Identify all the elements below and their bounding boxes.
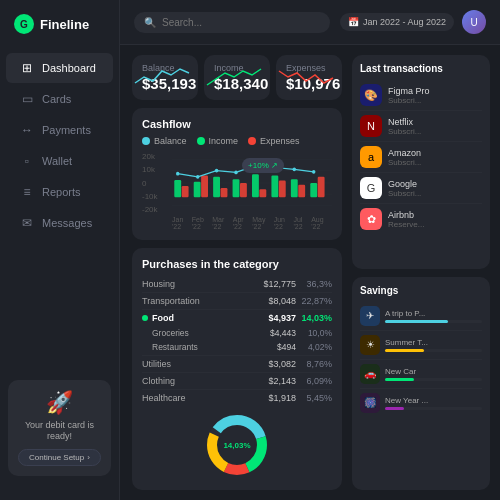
- svg-rect-11: [233, 179, 240, 197]
- chart-legend: Balance Income Expenses: [142, 136, 332, 146]
- summer-bar-container: Summer T...: [385, 338, 482, 352]
- food-indicator-dot: [142, 315, 148, 321]
- legend-expenses: Expenses: [248, 136, 300, 146]
- rocket-card: 🚀 Your debit card is ready! Continue Set…: [8, 380, 111, 476]
- sidebar-item-reports[interactable]: ≡ Reports: [6, 177, 113, 207]
- svg-rect-16: [279, 181, 286, 198]
- donut-chart-area: 14,03%: [142, 410, 332, 480]
- stat-card-balance: Balance $35,193: [132, 55, 198, 100]
- saving-item-car: 🚗 New Car: [360, 360, 482, 389]
- svg-rect-17: [291, 179, 298, 197]
- header: 🔍 📅 Jan 2022 - Aug 2022 U: [120, 0, 500, 45]
- stats-row: Balance $35,193 Income $18,340: [132, 55, 342, 100]
- svg-point-22: [196, 175, 199, 179]
- cashflow-chart-area: 20k 10k 0 -10k -20k: [142, 152, 332, 230]
- summer-bar: [385, 349, 482, 352]
- sidebar-item-messages[interactable]: ✉ Messages: [6, 208, 113, 238]
- calendar-icon: 📅: [348, 17, 359, 27]
- svg-rect-19: [310, 183, 317, 197]
- netflix-info: Netflix Subscri...: [388, 117, 482, 136]
- car-bar: [385, 378, 482, 381]
- figma-name: Figma Pro: [388, 86, 482, 96]
- stat-card-expenses: Expenses $10,976: [276, 55, 342, 100]
- svg-rect-18: [298, 185, 305, 197]
- chart-tooltip: +10% ↗: [242, 158, 284, 173]
- svg-rect-8: [201, 176, 208, 198]
- svg-rect-20: [318, 177, 325, 197]
- svg-rect-15: [271, 176, 278, 198]
- sidebar-item-label: Reports: [42, 186, 81, 198]
- car-bar-container: New Car: [385, 367, 482, 381]
- content-right: Last transactions 🎨 Figma Pro Subscri...…: [352, 45, 500, 500]
- purchases-card: Purchases in the category Housing $12,77…: [132, 248, 342, 490]
- food-name: Food: [152, 313, 246, 323]
- stat-card-income: Income $18,340: [204, 55, 270, 100]
- food-sub-groceries: Groceries $4,443 10,0%: [142, 326, 332, 340]
- google-name: Google: [388, 179, 482, 189]
- purchase-row-housing: Housing $12,775 36,3%: [142, 276, 332, 293]
- saving-item-newyear: 🎆 New Year ...: [360, 389, 482, 417]
- svg-point-28: [312, 170, 315, 174]
- dashboard-icon: ⊞: [20, 61, 34, 75]
- wallet-icon: ▫: [20, 154, 34, 168]
- sidebar-item-label: Wallet: [42, 155, 72, 167]
- summer-bar-fill: [385, 349, 424, 352]
- search-box[interactable]: 🔍: [134, 12, 330, 33]
- sidebar-item-label: Cards: [42, 93, 71, 105]
- balance-sparkline: [135, 63, 190, 93]
- sidebar-item-payments[interactable]: ↔ Payments: [6, 115, 113, 145]
- google-info: Google Subscri...: [388, 179, 482, 198]
- amazon-logo: a: [360, 146, 382, 168]
- purchase-row-clothing: Clothing $2,143 6,09%: [142, 373, 332, 390]
- clothing-amount: $2,143: [246, 376, 296, 386]
- svg-rect-12: [240, 183, 247, 197]
- date-range-text: Jan 2022 - Aug 2022: [363, 17, 446, 27]
- sidebar-item-label: Dashboard: [42, 62, 96, 74]
- header-right: 📅 Jan 2022 - Aug 2022 U: [340, 10, 486, 34]
- svg-rect-9: [213, 177, 220, 197]
- svg-rect-13: [252, 174, 259, 197]
- food-sub-restaurants: Restaurants $494 4,02%: [142, 340, 332, 356]
- x-axis-labels: Jan '22 Feb '22 Mar '22 Apr '22 May '22 …: [172, 216, 332, 230]
- app-container: G Fineline ⊞ Dashboard▭ Cards↔ Payments▫…: [0, 0, 500, 500]
- car-name: New Car: [385, 367, 482, 376]
- svg-rect-14: [259, 189, 266, 197]
- main-content: 🔍 📅 Jan 2022 - Aug 2022 U Balance: [120, 0, 500, 500]
- google-sub: Subscri...: [388, 189, 482, 198]
- txn-item-netflix: N Netflix Subscri...: [360, 111, 482, 142]
- netflix-sub: Subscri...: [388, 127, 482, 136]
- healthcare-amount: $1,918: [246, 393, 296, 403]
- content-area: Balance $35,193 Income $18,340: [120, 45, 500, 500]
- svg-point-24: [234, 171, 237, 175]
- amazon-name: Amazon: [388, 148, 482, 158]
- sidebar-item-wallet[interactable]: ▫ Wallet: [6, 146, 113, 176]
- sidebar-item-label: Messages: [42, 217, 92, 229]
- newyear-name: New Year ...: [385, 396, 482, 405]
- sidebar-item-dashboard[interactable]: ⊞ Dashboard: [6, 53, 113, 83]
- sidebar-item-cards[interactable]: ▭ Cards: [6, 84, 113, 114]
- messages-icon: ✉: [20, 216, 34, 230]
- svg-text:14,03%: 14,03%: [223, 441, 250, 450]
- donut-chart: 14,03%: [202, 410, 272, 480]
- netflix-logo: N: [360, 115, 382, 137]
- airbnb-sub: Reserve...: [388, 220, 482, 229]
- avatar[interactable]: U: [462, 10, 486, 34]
- date-badge[interactable]: 📅 Jan 2022 - Aug 2022: [340, 13, 454, 31]
- healthcare-name: Healthcare: [142, 393, 246, 403]
- continue-setup-button[interactable]: Continue Setup ›: [18, 449, 101, 466]
- purchases-list: Housing $12,775 36,3% Transportation $8,…: [142, 276, 332, 406]
- search-input[interactable]: [162, 17, 320, 28]
- summer-icon: ☀: [360, 335, 380, 355]
- transportation-pct: 22,87%: [296, 296, 332, 306]
- utilities-pct: 8,76%: [296, 359, 332, 369]
- newyear-icon: 🎆: [360, 393, 380, 413]
- newyear-bar-fill: [385, 407, 404, 410]
- healthcare-pct: 5,45%: [296, 393, 332, 403]
- y-axis-labels: 20k 10k 0 -10k -20k: [142, 152, 170, 214]
- savings-title: Savings: [360, 285, 482, 296]
- svg-point-27: [293, 168, 296, 172]
- svg-point-23: [215, 169, 218, 173]
- trip-bar-container: A trip to P...: [385, 309, 482, 323]
- legend-income: Income: [197, 136, 239, 146]
- purchase-row-utilities: Utilities $3,082 8,76%: [142, 356, 332, 373]
